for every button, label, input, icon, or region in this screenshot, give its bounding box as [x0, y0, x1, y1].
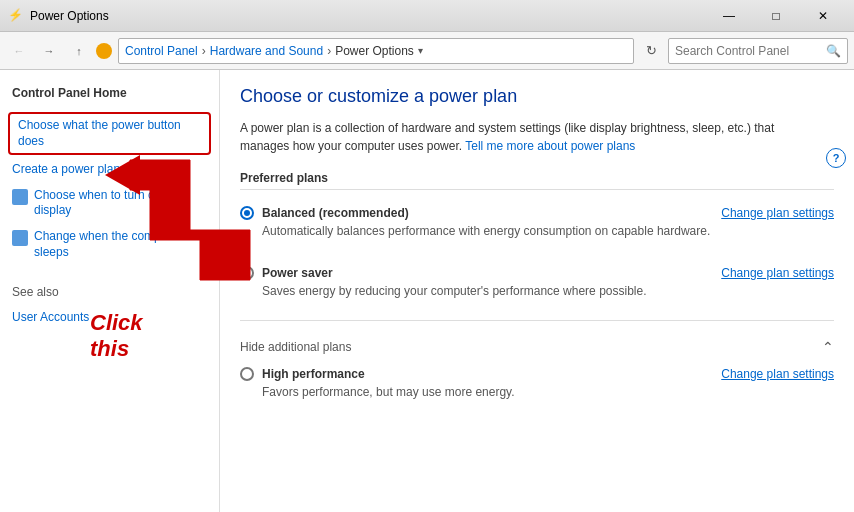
- user-accounts-link[interactable]: User Accounts: [12, 305, 207, 331]
- sidebar-link-computer-sleeps[interactable]: Change when the computer sleeps: [0, 224, 219, 265]
- hide-plans-label: Hide additional plans: [240, 340, 351, 354]
- maximize-button[interactable]: □: [753, 0, 799, 32]
- sleep-icon: [12, 230, 28, 246]
- sidebar-link-turn-off-display[interactable]: Choose when to turn off the display: [0, 183, 219, 224]
- plan-name-row-highperf: High performance: [240, 367, 365, 381]
- hide-plans-row[interactable]: Hide additional plans ⌃: [240, 333, 834, 361]
- plan-name-row-balanced: Balanced (recommended): [240, 206, 409, 220]
- radio-balanced[interactable]: [240, 206, 254, 220]
- section-divider: [240, 320, 834, 321]
- plan-row-balanced: Balanced (recommended) Change plan setti…: [240, 206, 834, 220]
- window-controls: — □ ✕: [706, 0, 846, 32]
- page-description: A power plan is a collection of hardware…: [240, 119, 800, 155]
- plan-desc-highperf: Favors performance, but may use more ene…: [262, 385, 834, 399]
- plan-desc-balanced: Automatically balances performance with …: [262, 224, 834, 238]
- sidebar-link-display-label: Choose when to turn off the display: [34, 188, 207, 219]
- breadcrumb-control-panel[interactable]: Control Panel: [125, 44, 198, 58]
- sidebar-home-link[interactable]: Control Panel Home: [0, 80, 219, 110]
- location-icon: [96, 43, 112, 59]
- sidebar-link-power-button[interactable]: Choose what the power button does: [8, 112, 211, 155]
- forward-button[interactable]: →: [36, 38, 62, 64]
- breadcrumb-dropdown-icon[interactable]: ▾: [418, 45, 423, 56]
- content-area: Choose or customize a power plan A power…: [220, 70, 854, 512]
- change-plan-powersaver[interactable]: Change plan settings: [721, 266, 834, 280]
- see-also-section: See also User Accounts: [0, 285, 219, 331]
- plan-item-balanced: Balanced (recommended) Change plan setti…: [240, 200, 834, 244]
- address-bar: ← → ↑ Control Panel › Hardware and Sound…: [0, 32, 854, 70]
- search-input[interactable]: [675, 44, 826, 58]
- sidebar: Control Panel Home Choose what the power…: [0, 70, 220, 512]
- radio-powersaver[interactable]: [240, 266, 254, 280]
- plan-item-powersaver: Power saver Change plan settings Saves e…: [240, 260, 834, 304]
- sidebar-link-create-plan[interactable]: Create a power plan: [0, 157, 219, 183]
- back-button[interactable]: ←: [6, 38, 32, 64]
- plan-name-balanced: Balanced (recommended): [262, 206, 409, 220]
- preferred-plans-header: Preferred plans: [240, 171, 834, 190]
- radio-highperf[interactable]: [240, 367, 254, 381]
- plan-name-powersaver: Power saver: [262, 266, 333, 280]
- main-layout: Control Panel Home Choose what the power…: [0, 70, 854, 512]
- learn-more-link[interactable]: Tell me more about power plans: [465, 139, 635, 153]
- breadcrumb-hardware[interactable]: Hardware and Sound: [210, 44, 323, 58]
- breadcrumb-bar: Control Panel › Hardware and Sound › Pow…: [118, 38, 634, 64]
- display-icon: [12, 189, 28, 205]
- see-also-title: See also: [12, 285, 207, 299]
- up-button[interactable]: ↑: [66, 38, 92, 64]
- minimize-button[interactable]: —: [706, 0, 752, 32]
- help-button[interactable]: ?: [826, 148, 846, 168]
- plan-item-highperf: High performance Change plan settings Fa…: [240, 361, 834, 405]
- search-icon[interactable]: 🔍: [826, 44, 841, 58]
- plan-desc-powersaver: Saves energy by reducing your computer's…: [262, 284, 834, 298]
- plan-name-highperf: High performance: [262, 367, 365, 381]
- plan-name-row-powersaver: Power saver: [240, 266, 333, 280]
- window-icon: ⚡: [8, 8, 24, 24]
- close-button[interactable]: ✕: [800, 0, 846, 32]
- change-plan-highperf[interactable]: Change plan settings: [721, 367, 834, 381]
- window-title: Power Options: [30, 9, 706, 23]
- title-bar: ⚡ Power Options — □ ✕: [0, 0, 854, 32]
- breadcrumb-current: Power Options: [335, 44, 414, 58]
- breadcrumb-sep-1: ›: [202, 44, 206, 58]
- chevron-up-icon: ⌃: [822, 339, 834, 355]
- page-title: Choose or customize a power plan: [240, 86, 834, 107]
- plan-row-highperf: High performance Change plan settings: [240, 367, 834, 381]
- change-plan-balanced[interactable]: Change plan settings: [721, 206, 834, 220]
- search-box: 🔍: [668, 38, 848, 64]
- refresh-button[interactable]: ↻: [638, 38, 664, 64]
- breadcrumb-sep-2: ›: [327, 44, 331, 58]
- sidebar-link-sleep-label: Change when the computer sleeps: [34, 229, 207, 260]
- plan-row-powersaver: Power saver Change plan settings: [240, 266, 834, 280]
